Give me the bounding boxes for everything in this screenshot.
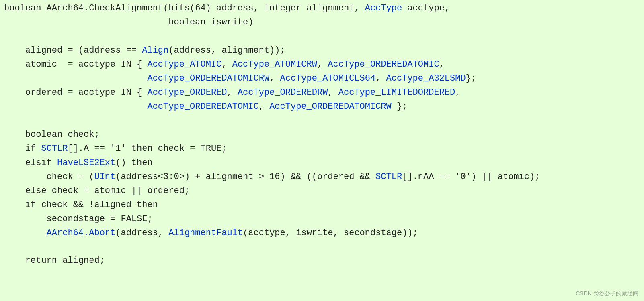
watermark: CSDN @谷公子的藏经阁 (576, 289, 638, 298)
enum-atomicls64: AccType_ATOMICLS64 (280, 73, 376, 83)
enum-orderedatomic-2: AccType_ORDEREDATOMIC (147, 102, 258, 112)
enum-a32lsmd: AccType_A32LSMD (386, 73, 466, 83)
fn-alignmentfault: AlignmentFault (168, 228, 243, 238)
line-elsif: elsif HaveLSE2Ext() then (4, 158, 153, 168)
type-acctype: AccType (365, 3, 402, 13)
fn-align: Align (142, 45, 168, 55)
enum-orderedatomic: AccType_ORDEREDATOMIC (328, 59, 439, 69)
line-atomic-1: atomic = acctype IN { AccType_ATOMIC, Ac… (4, 59, 445, 69)
line-atomic-2: AccType_ORDEREDATOMICRW, AccType_ATOMICL… (4, 73, 476, 83)
line-decl-check: boolean check; (4, 130, 100, 140)
line-signature-2: boolean iswrite) (4, 17, 254, 27)
line-aligned: aligned = (address == Align(address, ali… (4, 45, 285, 55)
enum-orderedrw: AccType_ORDEREDRW (238, 87, 328, 98)
fn-aarch64-abort: AArch64.Abort (47, 228, 116, 238)
line-abort: AArch64.Abort(address, AlignmentFault(ac… (4, 228, 418, 238)
line-check-eq: check = (UInt(address<3:0>) + alignment … (4, 172, 540, 182)
code-block: boolean AArch64.CheckAlignment(bits(64) … (0, 0, 644, 270)
line-ordered-1: ordered = acctype IN { AccType_ORDERED, … (4, 87, 460, 98)
line-return: return aligned; (4, 256, 105, 266)
enum-atomicrw: AccType_ATOMICRW (232, 59, 317, 69)
line-if-sctlr: if SCTLR[].A == '1' then check = TRUE; (4, 144, 227, 154)
line-if-check: if check && !aligned then (4, 200, 158, 210)
reg-sctlr: SCTLR (41, 144, 68, 154)
line-ordered-2: AccType_ORDEREDATOMIC, AccType_ORDEREDAT… (4, 102, 407, 112)
reg-sctlr-2: SCTLR (375, 172, 402, 182)
line-signature-1: boolean AArch64.CheckAlignment(bits(64) … (4, 3, 450, 13)
enum-orderedatomicrw: AccType_ORDEREDATOMICRW (147, 73, 269, 83)
enum-ordered: AccType_ORDERED (147, 87, 227, 98)
line-else: else check = atomic || ordered; (4, 186, 190, 196)
fn-havelse2ext: HaveLSE2Ext (57, 158, 115, 168)
fn-uint: UInt (94, 172, 115, 182)
enum-atomic: AccType_ATOMIC (147, 59, 222, 69)
line-secondstage: secondstage = FALSE; (4, 214, 153, 224)
enum-limitedordered: AccType_LIMITEDORDERED (338, 87, 455, 98)
enum-orderedatomicrw-2: AccType_ORDEREDATOMICRW (269, 102, 392, 112)
